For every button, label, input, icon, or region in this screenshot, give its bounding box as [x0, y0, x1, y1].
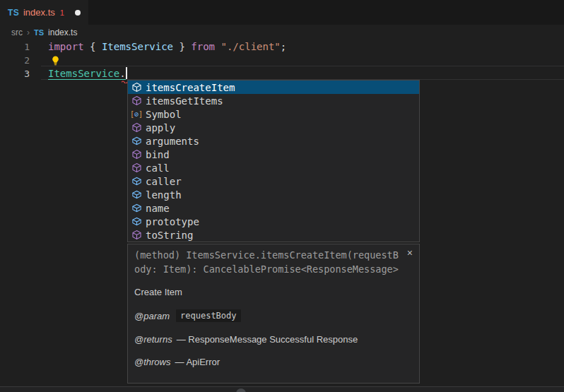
method-cube-icon — [131, 162, 142, 174]
code-token: import — [48, 41, 84, 52]
method-signature: (method) ItemsService.itemsCreateItem(re… — [134, 249, 413, 276]
suggestion-item-itemsGetItems[interactable]: itemsGetItems — [128, 94, 419, 107]
suggest-widget: itemsCreateItem itemsGetItems [⊘] Symbol… — [127, 80, 420, 242]
suggestion-item-length[interactable]: length — [128, 188, 419, 201]
breadcrumb-item-file[interactable]: index.ts — [48, 28, 77, 37]
suggestion-item-name[interactable]: name — [128, 201, 419, 215]
jsdoc-tag-name: @returns — [134, 334, 172, 345]
jsdoc-tag-row: @paramrequestBody — [134, 309, 413, 322]
line-content[interactable] — [30, 54, 61, 67]
line-content[interactable]: ItemsService. — [30, 67, 127, 81]
code-line-1[interactable]: 1import { ItemsService } from "./client"… — [0, 40, 564, 54]
suggestion-label: call — [146, 162, 170, 174]
line-number: 3 — [0, 67, 30, 81]
line-content[interactable]: import { ItemsService } from "./client"; — [30, 40, 286, 54]
suggestion-label: toString — [146, 230, 193, 241]
suggestion-item-prototype[interactable]: prototype — [128, 215, 419, 228]
method-cube-icon — [131, 95, 142, 107]
code-token: ; — [281, 41, 286, 52]
typescript-file-icon: TS — [8, 8, 19, 18]
symbol-bracket-icon: [⊘] — [131, 109, 142, 120]
jsdoc-tag-name: @throws — [134, 357, 171, 367]
code-token: { — [84, 41, 102, 52]
close-icon[interactable]: × — [407, 248, 413, 258]
param-name-chip: requestBody — [176, 309, 240, 322]
code-token: ItemsService — [102, 41, 173, 52]
suggestion-label: prototype — [146, 216, 199, 227]
suggestion-item-itemsCreateItem[interactable]: itemsCreateItem — [128, 81, 419, 94]
code-token: . — [119, 68, 125, 79]
suggestion-item-bind[interactable]: bind — [128, 148, 419, 161]
method-cube-icon — [131, 149, 142, 160]
suggestion-label: itemsCreateItem — [146, 82, 235, 93]
field-cube-icon — [131, 203, 142, 214]
text-cursor — [126, 67, 127, 79]
tab-filename: index.ts — [23, 7, 55, 18]
field-cube-icon — [131, 216, 142, 227]
code-line-3[interactable]: 3ItemsService. — [0, 67, 564, 81]
suggestion-label: apply — [146, 122, 175, 133]
code-line-2[interactable]: 2 — [0, 54, 564, 67]
suggestion-label: bind — [146, 149, 170, 160]
suggestion-item-call[interactable]: call — [128, 161, 419, 174]
code-token: ItemsService — [48, 68, 119, 79]
line-number: 1 — [0, 40, 30, 54]
quick-fix-lightbulb-icon[interactable] — [50, 55, 61, 66]
suggestion-label: caller — [146, 176, 182, 187]
method-cube-icon — [131, 230, 142, 241]
suggestion-label: length — [146, 189, 182, 201]
suggestion-label: Symbol — [146, 109, 182, 120]
jsdoc-tags: @paramrequestBody@returns— ResponseMessa… — [134, 309, 413, 367]
code-token: } — [173, 41, 191, 52]
breadcrumb-item-folder[interactable]: src — [11, 28, 23, 37]
typescript-file-icon: TS — [34, 28, 44, 37]
jsdoc-tag-name: @param — [134, 311, 170, 321]
suggestion-label: itemsGetItems — [146, 95, 223, 107]
suggest-details-panel: × (method) ItemsService.itemsCreateItem(… — [127, 244, 420, 384]
field-cube-icon — [131, 189, 142, 201]
suggestion-item-arguments[interactable]: arguments — [128, 134, 419, 148]
breadcrumb: src › TS index.ts — [0, 25, 564, 40]
jsdoc-tag-row: @returns— ResponseMessage Successful Res… — [134, 334, 413, 345]
tab-bar: TS index.ts 1 — [0, 0, 564, 25]
suggestion-item-apply[interactable]: apply — [128, 121, 419, 134]
panel-divider[interactable] — [0, 386, 564, 392]
vscode-editor-window: { "tab": { "file_type": "TS", "filename"… — [0, 0, 564, 392]
jsdoc-tag-text: — ApiError — [175, 357, 221, 367]
modified-indicator-dot[interactable] — [75, 10, 81, 16]
suggestion-item-Symbol[interactable]: [⊘] Symbol — [128, 107, 419, 121]
method-cube-icon — [131, 122, 142, 133]
code-token: "./client" — [221, 41, 280, 52]
field-cube-icon — [131, 136, 142, 147]
code-area: 1import { ItemsService } from "./client"… — [0, 40, 564, 81]
suggestion-item-toString[interactable]: toString — [128, 228, 419, 242]
line-number: 2 — [0, 54, 30, 67]
field-cube-icon — [131, 176, 142, 187]
suggestion-label: name — [146, 203, 170, 214]
tab-index-ts[interactable]: TS index.ts 1 — [0, 0, 88, 25]
jsdoc-tag-text: — ResponseMessage Successful Response — [177, 334, 358, 345]
chevron-right-icon: › — [27, 28, 30, 37]
code-token: from — [191, 41, 215, 52]
jsdoc-tag-row: @throws— ApiError — [134, 357, 413, 367]
doc-description: Create Item — [134, 287, 413, 297]
method-cube-icon — [131, 82, 142, 93]
suggestion-label: arguments — [146, 136, 199, 147]
suggestion-item-caller[interactable]: caller — [128, 174, 419, 188]
tab-problem-count-badge: 1 — [60, 8, 64, 17]
